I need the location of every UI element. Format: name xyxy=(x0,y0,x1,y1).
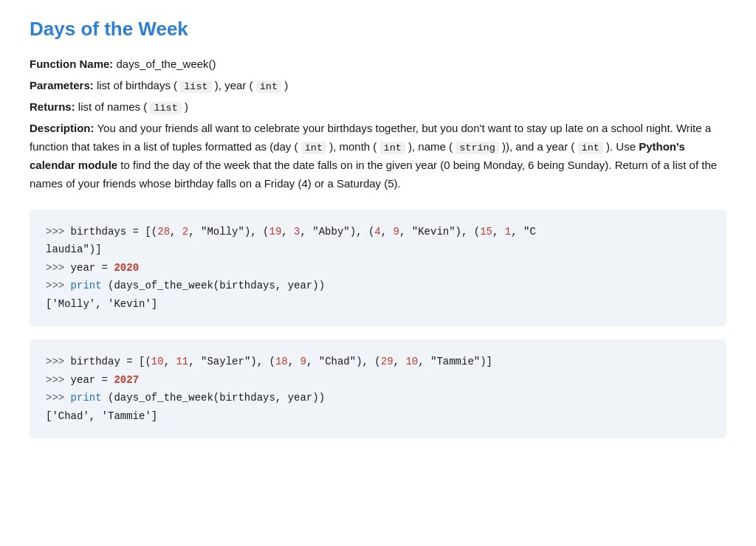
num-29: 29 xyxy=(381,356,394,367)
code-example-2: >>> birthday = [(10, 11, "Sayler"), (18,… xyxy=(30,339,726,438)
returns-label: Returns: xyxy=(30,100,75,113)
desc-str-code: string xyxy=(456,142,499,154)
example1-line3: >>> print (days_of_the_week(birthdays, y… xyxy=(46,277,710,295)
parameters-label: Parameters: xyxy=(30,79,94,91)
num-11: 11 xyxy=(176,356,188,367)
example1-line1: >>> birthdays = [(28, 2, "Molly"), (19, … xyxy=(46,223,710,241)
parameters-text: list of birthdays ( list ), year ( int ) xyxy=(97,79,288,91)
num-4: 4 xyxy=(374,226,380,238)
desc-int1-code: int xyxy=(301,142,326,154)
prompt3: >>> xyxy=(46,280,71,291)
description-content: You and your friends all want to celebra… xyxy=(30,122,717,190)
example2-output: ['Chad', 'Tammie'] xyxy=(46,407,710,426)
num-9b: 9 xyxy=(300,356,306,367)
num-1: 1 xyxy=(505,226,511,238)
example2-line1: >>> birthday = [(10, 11, "Sayler"), (18,… xyxy=(46,353,710,371)
parameters-line: Parameters: list of birthdays ( list ), … xyxy=(30,77,726,95)
prompt1: >>> xyxy=(46,226,71,238)
example1-output: ['Molly', 'Kevin'] xyxy=(46,295,710,314)
year-2020: 2020 xyxy=(114,262,139,274)
desc-int2-code: int xyxy=(380,142,405,154)
example1-line2: >>> year = 2020 xyxy=(46,259,710,277)
function-name-value: days_of_the_week() xyxy=(117,58,216,70)
parameters-int-code: int xyxy=(256,80,281,93)
code-example-1: >>> birthdays = [(28, 2, "Molly"), (19, … xyxy=(30,210,726,327)
function-name-label: Function Name: xyxy=(30,58,113,70)
prompt2: >>> xyxy=(46,262,71,274)
num-9: 9 xyxy=(394,226,399,238)
num-2: 2 xyxy=(182,226,188,238)
num-10: 10 xyxy=(151,356,164,367)
description-block: Function Name: days_of_the_week() Parame… xyxy=(30,55,726,193)
returns-list-code: list xyxy=(150,102,181,114)
print-keyword-1: print xyxy=(71,280,102,291)
num-18: 18 xyxy=(275,356,288,367)
prompt6: >>> xyxy=(46,392,71,404)
page-title: Days of the Week xyxy=(30,18,726,41)
num-15: 15 xyxy=(480,226,492,238)
year-2027: 2027 xyxy=(114,374,139,386)
num-19: 19 xyxy=(269,226,281,238)
returns-line: Returns: list of names ( list ) xyxy=(30,98,726,117)
print-keyword-2: print xyxy=(71,392,102,404)
example2-line2: >>> year = 2027 xyxy=(46,371,710,390)
num-3: 3 xyxy=(294,226,300,238)
example2-line3: >>> print (days_of_the_week(birthdays, y… xyxy=(46,389,710,407)
example1-line1-cont: laudia")] xyxy=(46,241,710,259)
returns-text: list of names ( list ) xyxy=(78,100,188,113)
parameters-list-code: list xyxy=(180,80,211,93)
prompt5: >>> xyxy=(46,374,71,386)
description-line: Description: You and your friends all wa… xyxy=(30,120,726,193)
num-10b: 10 xyxy=(405,356,418,367)
description-label: Description: xyxy=(30,122,94,134)
num-28: 28 xyxy=(157,226,170,238)
prompt4: >>> xyxy=(46,356,71,367)
desc-int3-code: int xyxy=(578,142,603,154)
function-name-line: Function Name: days_of_the_week() xyxy=(30,55,726,74)
